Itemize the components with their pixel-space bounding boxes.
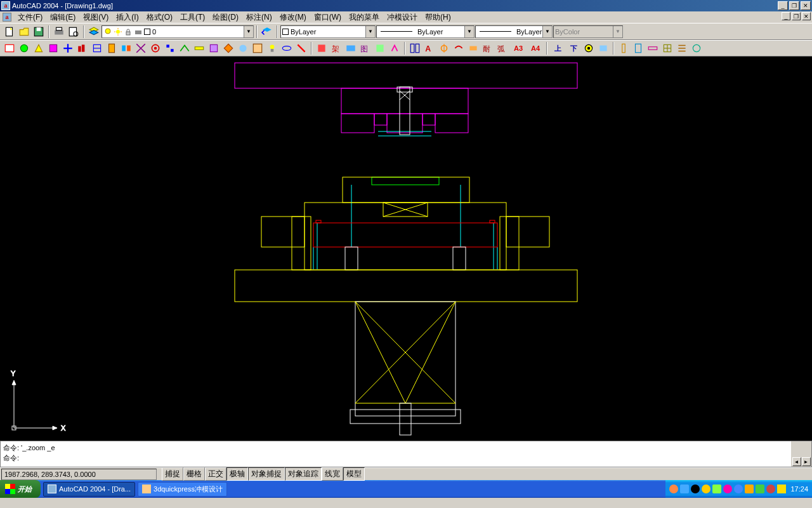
dropdown-arrow-icon[interactable]: ▼	[464, 26, 474, 37]
print-button[interactable]	[53, 25, 65, 38]
scroll-left-button[interactable]: ◄	[792, 457, 801, 466]
tool-32[interactable]	[467, 42, 480, 55]
tool-31[interactable]	[452, 42, 465, 55]
menu-draw[interactable]: 绘图(D)	[209, 11, 242, 23]
menu-view[interactable]: 视图(V)	[79, 11, 112, 23]
tool-35[interactable]	[582, 42, 595, 55]
minimize-button[interactable]: _	[778, 1, 788, 10]
tray-icon[interactable]	[734, 485, 743, 493]
tool-15[interactable]	[207, 42, 220, 55]
doc-close-button[interactable]: ✕	[802, 12, 811, 20]
tool-18[interactable]	[251, 42, 264, 55]
tool-28[interactable]	[409, 42, 421, 55]
tray-icon[interactable]	[691, 485, 700, 493]
tool-9[interactable]	[120, 42, 133, 55]
print-preview-button[interactable]	[67, 25, 80, 38]
polar-toggle[interactable]: 极轴	[226, 467, 248, 481]
menu-insert[interactable]: 插入(I)	[112, 11, 142, 23]
tool-19[interactable]	[266, 42, 278, 55]
menu-diedesign[interactable]: 冲模设计	[383, 11, 421, 23]
tool-26[interactable]	[374, 42, 386, 55]
save-button[interactable]	[32, 25, 45, 38]
dropdown-arrow-icon[interactable]: ▼	[542, 26, 552, 37]
tool-29[interactable]: A	[423, 42, 436, 55]
lineweight-combo[interactable]: ByLayer ▼	[475, 25, 553, 38]
layer-manager-button[interactable]	[88, 25, 100, 38]
tool-23[interactable]: 架	[330, 42, 343, 55]
menu-edit[interactable]: 编辑(E)	[46, 11, 79, 23]
tool-40[interactable]	[661, 42, 674, 55]
tray-icon[interactable]	[766, 485, 775, 493]
tray-icon[interactable]	[745, 485, 754, 493]
tool-27[interactable]	[388, 42, 401, 55]
tool-34[interactable]: 弧	[496, 42, 509, 55]
tool-21[interactable]	[295, 42, 308, 55]
taskbar-app-3dquickpress[interactable]: 3dquickpress冲模设计	[138, 482, 227, 497]
tool-2[interactable]	[18, 42, 30, 55]
tool-up[interactable]: 上	[551, 42, 565, 55]
tool-a3[interactable]: A3	[511, 42, 526, 55]
start-button[interactable]: 开始	[0, 480, 41, 498]
tray-icon[interactable]	[702, 485, 710, 493]
tool-38[interactable]	[632, 42, 645, 55]
menu-format[interactable]: 格式(O)	[143, 11, 176, 23]
osnap-toggle[interactable]: 对象捕捉	[248, 467, 285, 481]
linetype-combo[interactable]: ByLayer ▼	[376, 25, 475, 38]
color-combo[interactable]: ByLayer ▼	[280, 25, 376, 38]
command-prompt[interactable]: 命令:	[3, 453, 789, 463]
new-button[interactable]	[3, 25, 16, 38]
scroll-right-button[interactable]: ►	[802, 457, 811, 466]
restore-button[interactable]: ❐	[789, 1, 799, 10]
tool-36[interactable]	[597, 42, 610, 55]
tool-4[interactable]	[47, 42, 60, 55]
menu-modify[interactable]: 修改(M)	[276, 11, 310, 23]
tool-33[interactable]: 耐	[481, 42, 494, 55]
tool-5[interactable]	[62, 42, 74, 55]
menu-mymenu[interactable]: 我的菜单	[345, 11, 383, 23]
coordinates-display[interactable]: 1987.2968, 289.3743, 0.0000	[1, 469, 157, 480]
tool-7[interactable]	[91, 42, 103, 55]
tool-8[interactable]	[105, 42, 118, 55]
tool-down[interactable]: 下	[566, 42, 580, 55]
tool-30[interactable]	[438, 42, 450, 55]
drawing-area[interactable]: X Y	[0, 57, 812, 441]
model-toggle[interactable]: 模型	[343, 467, 365, 481]
menu-help[interactable]: 帮助(H)	[421, 11, 455, 23]
tray-icon[interactable]	[777, 485, 786, 493]
tool-24[interactable]	[344, 42, 357, 55]
tool-12[interactable]	[164, 42, 176, 55]
menu-file[interactable]: 文件(F)	[14, 11, 46, 23]
tray-icon[interactable]	[712, 485, 721, 493]
ortho-toggle[interactable]: 正交	[205, 467, 226, 481]
layer-combo[interactable]: 0 ▼	[102, 25, 254, 38]
otrack-toggle[interactable]: 对象追踪	[285, 467, 322, 481]
tray-icon[interactable]	[723, 485, 732, 493]
snap-toggle[interactable]: 捕捉	[162, 467, 183, 481]
tool-11[interactable]	[149, 42, 162, 55]
menu-window[interactable]: 窗口(W)	[310, 11, 345, 23]
tool-20[interactable]	[280, 42, 293, 55]
clock[interactable]: 17:24	[790, 485, 808, 493]
lwt-toggle[interactable]: 线宽	[322, 467, 343, 481]
menu-tools[interactable]: 工具(T)	[176, 11, 209, 23]
grid-toggle[interactable]: 栅格	[183, 467, 205, 481]
tool-14[interactable]	[193, 42, 206, 55]
tool-39[interactable]	[646, 42, 659, 55]
tool-6[interactable]	[76, 42, 89, 55]
tray-icon[interactable]	[756, 485, 764, 493]
tray-icon[interactable]	[680, 485, 689, 493]
tool-42[interactable]	[690, 42, 703, 55]
tool-16[interactable]	[222, 42, 235, 55]
menu-dimension[interactable]: 标注(N)	[242, 11, 276, 23]
tool-37[interactable]	[617, 42, 630, 55]
dropdown-arrow-icon[interactable]: ▼	[244, 26, 253, 37]
tool-3[interactable]	[32, 42, 45, 55]
tool-17[interactable]	[237, 42, 249, 55]
tool-13[interactable]	[178, 42, 191, 55]
tool-a4[interactable]: A4	[528, 42, 543, 55]
taskbar-app-autocad[interactable]: AutoCAD 2004 - [Dra...	[43, 482, 135, 497]
tool-10[interactable]	[134, 42, 147, 55]
close-button[interactable]: ✕	[801, 1, 811, 10]
dropdown-arrow-icon[interactable]: ▼	[365, 26, 375, 37]
tool-22[interactable]	[315, 42, 328, 55]
